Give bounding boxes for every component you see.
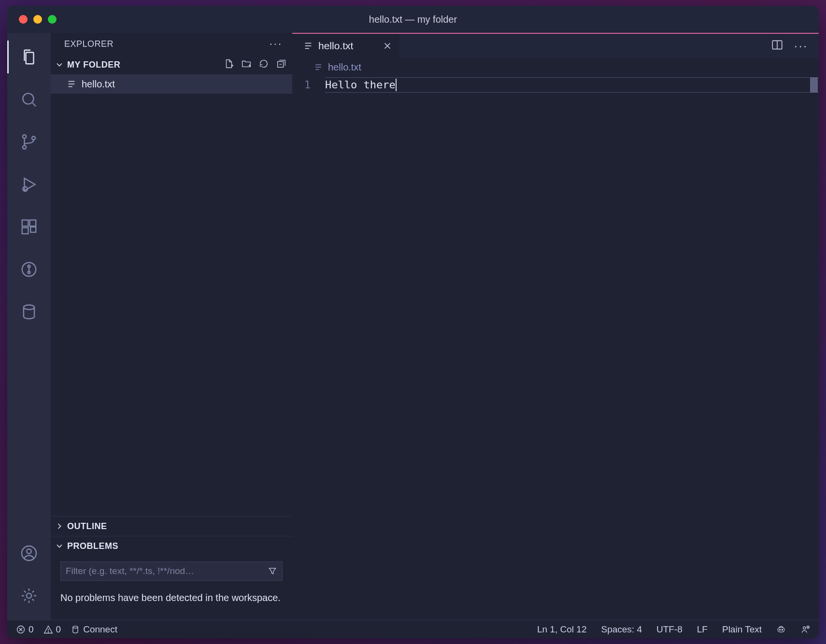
warning-icon [43, 625, 53, 634]
chevron-down-icon [55, 541, 64, 551]
scrollbar-thumb[interactable] [810, 77, 818, 93]
warning-count: 0 [56, 624, 61, 635]
account-icon [20, 544, 38, 562]
breadcrumb-label: hello.txt [328, 62, 361, 73]
svg-point-14 [27, 549, 31, 554]
status-remote[interactable]: Connect [71, 624, 117, 635]
breadcrumb[interactable]: hello.txt [292, 58, 819, 76]
problems-message: No problems have been detected in the wo… [60, 590, 283, 605]
activity-search[interactable] [7, 78, 51, 121]
activity-explorer[interactable] [7, 36, 51, 78]
main: EXPLORER ··· MY FOLDER [7, 33, 819, 620]
split-editor-icon [771, 39, 783, 51]
tab-label: hello.txt [318, 40, 353, 52]
activity-git-graph[interactable] [7, 248, 51, 291]
svg-point-11 [28, 271, 30, 274]
status-eol[interactable]: LF [697, 624, 708, 635]
status-encoding[interactable]: UTF-8 [656, 624, 683, 635]
code-area[interactable]: Hello there [325, 76, 819, 620]
problems-label: PROBLEMS [67, 541, 118, 551]
new-file-icon [224, 58, 234, 69]
svg-rect-5 [22, 220, 28, 226]
chevron-down-icon [55, 60, 64, 70]
refresh-icon [258, 58, 269, 69]
new-folder-icon [241, 58, 252, 69]
minimize-window-button[interactable] [33, 15, 42, 24]
collapse-all-button[interactable] [276, 58, 286, 71]
new-file-button[interactable] [224, 58, 234, 71]
git-graph-icon [20, 260, 38, 279]
window-title: hello.txt — my folder [369, 14, 457, 25]
activity-accounts[interactable] [7, 532, 51, 574]
activity-run-debug[interactable] [7, 163, 51, 206]
text-file-icon [303, 41, 313, 51]
svg-point-22 [779, 629, 780, 630]
svg-point-24 [803, 627, 806, 629]
activity-extensions[interactable] [7, 206, 51, 248]
editor-more-button[interactable]: ··· [794, 39, 808, 53]
line-gutter: 1 [292, 76, 325, 620]
problems-section-header[interactable]: PROBLEMS [51, 536, 292, 556]
editor-tab[interactable]: hello.txt [292, 34, 399, 58]
tab-close-button[interactable] [382, 41, 393, 51]
copilot-icon [776, 625, 786, 634]
activity-settings[interactable] [7, 574, 51, 617]
collapse-icon [276, 58, 286, 69]
editor-group: hello.txt ··· hello.txt 1 [292, 33, 819, 620]
activity-source-control[interactable] [7, 121, 51, 163]
sidebar-title: EXPLORER [64, 39, 114, 49]
code-line[interactable]: Hello there [325, 77, 819, 93]
editor-tabs: hello.txt ··· [292, 33, 819, 58]
activity-database[interactable] [7, 291, 51, 333]
folder-section-header[interactable]: MY FOLDER [51, 55, 292, 74]
gear-icon [20, 587, 38, 605]
new-folder-button[interactable] [241, 58, 252, 71]
problems-filter [60, 561, 283, 581]
status-copilot[interactable] [776, 625, 786, 634]
file-tree-item[interactable]: hello.txt [51, 74, 292, 94]
svg-rect-8 [30, 227, 36, 232]
svg-point-2 [23, 145, 26, 149]
status-feedback[interactable] [800, 625, 810, 634]
svg-point-15 [27, 593, 31, 598]
cursor [396, 79, 397, 91]
editor-body[interactable]: 1 Hello there [292, 76, 819, 620]
search-icon [20, 90, 38, 109]
outline-section-header[interactable]: OUTLINE [51, 517, 292, 536]
text-file-icon [66, 79, 77, 89]
line-number: 1 [292, 77, 311, 93]
chevron-right-icon [55, 521, 64, 531]
svg-point-10 [28, 265, 30, 267]
remote-icon [71, 625, 80, 634]
code-text: Hello there [325, 77, 396, 93]
explorer-more-button[interactable]: ··· [270, 38, 283, 50]
file-name: hello.txt [82, 79, 115, 90]
branch-icon [20, 133, 38, 151]
split-editor-button[interactable] [771, 39, 783, 53]
svg-point-20 [73, 626, 78, 628]
status-errors[interactable]: 0 [16, 624, 34, 635]
folder-name: MY FOLDER [67, 60, 120, 70]
window-controls [7, 15, 57, 24]
status-language[interactable]: Plain Text [722, 624, 762, 635]
status-indentation[interactable]: Spaces: 4 [601, 624, 642, 635]
error-icon [16, 625, 26, 634]
close-icon [382, 41, 393, 51]
svg-point-0 [23, 93, 33, 104]
svg-point-26 [808, 628, 808, 628]
status-warnings[interactable]: 0 [43, 624, 61, 635]
refresh-button[interactable] [258, 58, 269, 71]
svg-point-1 [23, 135, 26, 138]
svg-point-23 [782, 629, 783, 630]
svg-rect-6 [30, 220, 36, 226]
debug-icon [20, 175, 38, 194]
maximize-window-button[interactable] [48, 15, 57, 24]
filter-icon[interactable] [268, 566, 277, 576]
sidebar: EXPLORER ··· MY FOLDER [51, 33, 292, 620]
close-window-button[interactable] [19, 15, 28, 24]
titlebar: hello.txt — my folder [7, 6, 819, 33]
svg-rect-21 [778, 627, 784, 631]
svg-point-3 [32, 136, 35, 140]
problems-filter-input[interactable] [66, 566, 268, 576]
status-cursor-position[interactable]: Ln 1, Col 12 [537, 624, 586, 635]
